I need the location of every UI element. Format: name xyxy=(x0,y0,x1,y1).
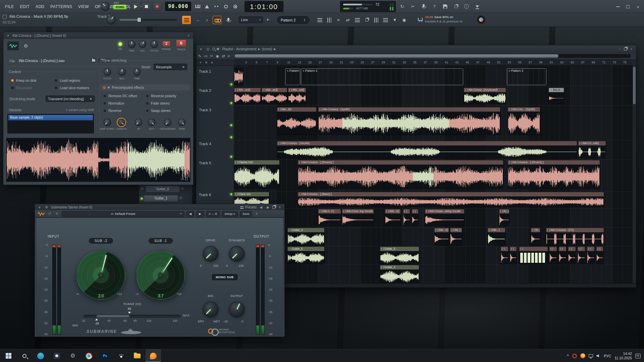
undo-icon[interactable]: ↺ xyxy=(47,212,52,216)
playlist-clip[interactable]: iNit-Crioxica - (Vocals) xyxy=(277,141,577,158)
playlist-clip[interactable]: iNit-..X) xyxy=(385,209,400,226)
playlist-clip[interactable]: iNit-..ard) xyxy=(262,88,287,104)
marker-grid-icon[interactable] xyxy=(315,16,324,24)
menu-edit[interactable]: EDIT xyxy=(17,4,33,9)
length-knob[interactable]: LENGTH xyxy=(114,119,129,130)
funnel-icon[interactable]: ▼ xyxy=(390,16,399,24)
on-led-icon[interactable] xyxy=(118,42,122,46)
track-label[interactable]: Track 1 xyxy=(199,69,211,73)
step-grid-icon[interactable] xyxy=(325,16,333,24)
submarine-close-button[interactable]: × xyxy=(277,205,282,209)
search-button[interactable] xyxy=(17,349,32,362)
delete-track-icon[interactable]: ✕ xyxy=(205,61,208,64)
typing-keyboard-icon[interactable] xyxy=(193,2,202,11)
taskbar-edge[interactable] xyxy=(33,349,48,362)
stretch-pitch-knob[interactable]: PITCH xyxy=(100,68,115,80)
playlist-focus-icon[interactable]: ◎ xyxy=(205,47,211,51)
countdown-icon[interactable] xyxy=(221,2,230,11)
redo-icon[interactable]: ↻ xyxy=(54,212,60,216)
playlist-clip[interactable]: iNit-Crioxica - (FX) xyxy=(546,228,604,245)
playlist-clip[interactable]: Clarisa Vox xyxy=(234,160,279,188)
pat-song-switch[interactable]: PAT SONG xyxy=(113,1,127,12)
promo-logo-icon[interactable] xyxy=(477,15,486,24)
playlist-clip[interactable] xyxy=(559,247,566,264)
mute-tool-icon[interactable]: ◉ xyxy=(216,54,219,58)
playlist-clip[interactable]: iNit-Crioxica - (Synth) xyxy=(318,107,500,135)
playlist-clip[interactable]: iNit-Cri..cals) xyxy=(578,141,606,158)
playlist-clip[interactable] xyxy=(510,247,517,264)
plugin-menu-icon[interactable]: ▾ xyxy=(37,205,42,209)
playlist-clip[interactable]: iNi..) xyxy=(450,228,462,245)
stop-button[interactable] xyxy=(142,2,151,11)
playlist-clip[interactable]: iNit-..) xyxy=(488,228,505,245)
playlist-clip[interactable] xyxy=(501,247,508,264)
playlist-clip[interactable]: Pattern 2 xyxy=(301,68,463,85)
playlist-clip[interactable] xyxy=(412,209,418,226)
channel-vol-knob[interactable] xyxy=(181,187,185,191)
playlist-ruler[interactable]: 3579111315171921232527293133353739414345… xyxy=(234,60,633,66)
channel-vol-knob[interactable] xyxy=(179,196,183,200)
range-value[interactable]: 2 xyxy=(163,41,170,46)
crossfade-knob[interactable]: CROSSFADE xyxy=(160,119,176,130)
load-slice-markers-option[interactable]: Load slice markers xyxy=(54,86,89,90)
taskbar-paw-app[interactable] xyxy=(113,349,129,362)
sample-titlebar[interactable]: ▾ iNit-Crioxica - [.(Drums).] (Insert 6)… xyxy=(3,32,193,39)
preview-audio-icon[interactable] xyxy=(217,47,220,51)
sample-waveform-panel[interactable]: 16 xyxy=(6,138,191,182)
plugin-options-icon[interactable]: ≡ xyxy=(254,212,259,216)
sample-menu-icon[interactable]: ▾ xyxy=(5,34,11,38)
download-icon[interactable] xyxy=(473,2,482,11)
playlist-minimize-button[interactable]: ─ xyxy=(617,47,622,51)
channel-button[interactable]: Guitar_1 xyxy=(144,195,178,201)
track-label[interactable]: Track 4 xyxy=(199,142,211,146)
dynamics-knob[interactable] xyxy=(229,246,245,261)
mic-icon[interactable] xyxy=(419,2,428,11)
sample-close-button[interactable]: × xyxy=(186,34,191,38)
app-close-button[interactable]: × xyxy=(633,3,643,11)
taskbar-app[interactable] xyxy=(49,349,64,362)
track-value[interactable]: 6 xyxy=(176,40,186,47)
in-knob[interactable]: IN xyxy=(132,119,145,130)
export-icon[interactable] xyxy=(451,2,460,11)
plugin-detach-icon[interactable] xyxy=(272,206,275,209)
track-activity-led[interactable] xyxy=(230,124,232,126)
presets-label[interactable]: Presets xyxy=(245,205,257,209)
horizontal-zoom-scrollbar[interactable] xyxy=(234,54,631,58)
taskbar-explorer[interactable] xyxy=(129,349,145,362)
preset-prev-button[interactable]: ◀ xyxy=(186,211,194,217)
load-regions-option[interactable]: Load regions xyxy=(54,78,80,82)
preset-browser-icon[interactable] xyxy=(240,206,244,209)
copy-icon[interactable] xyxy=(372,16,380,24)
clock[interactable]: 14:42 11.10.2025 xyxy=(614,352,632,360)
playlist-clip[interactable]: Pattern 2 xyxy=(507,68,546,85)
playlist-maximize-button[interactable] xyxy=(624,48,627,51)
sample-pan-knob[interactable]: PAN xyxy=(126,40,138,52)
resample-option[interactable]: Resample xyxy=(11,86,32,90)
preset-next-button[interactable]: ▶ xyxy=(196,211,204,217)
swap-icon[interactable]: ⇄ xyxy=(343,16,352,24)
arrow-tool-icon[interactable]: → xyxy=(193,16,202,24)
playlist-clip[interactable]: iNit-Crioxica - [.(Drums).] xyxy=(508,160,600,188)
playlist-clip[interactable]: iNit-Crioxic..cking Vocals xyxy=(425,209,464,226)
playlist-clip[interactable]: iNit-..X) xyxy=(434,228,449,245)
track-activity-led[interactable] xyxy=(230,102,232,104)
network-icon[interactable] xyxy=(589,354,593,357)
channel-led[interactable] xyxy=(141,197,143,200)
playlist-clip[interactable] xyxy=(549,247,557,264)
variant-row-selected[interactable]: Base sample, 2 clip(s) xyxy=(8,115,93,120)
help-icon[interactable]: ? xyxy=(430,2,439,11)
taskbar-chrome[interactable] xyxy=(81,349,97,362)
sync-icon[interactable]: ↻ xyxy=(398,2,407,11)
playlist-clip[interactable]: iNit-C..F) xyxy=(318,209,341,226)
variants-list[interactable]: Base sample, 2 clip(s) xyxy=(7,114,94,133)
fade-stereo-option[interactable]: Fade stereo xyxy=(146,101,170,105)
mono-sub-button[interactable]: MONO SUB xyxy=(212,274,237,280)
playlist-titlebar[interactable]: ▾ ◎ Playlist - Arrangement ▶ (none) ▶ ─ … xyxy=(196,45,636,53)
range-marker-down-icon[interactable] xyxy=(128,312,131,314)
channel-rack-icon[interactable] xyxy=(182,16,191,24)
mix-knob[interactable] xyxy=(203,302,218,317)
tempo-display[interactable]: 90.000 xyxy=(165,2,191,11)
snap-selector[interactable]: Line▾ xyxy=(239,16,263,23)
track-label[interactable]: Track 6 xyxy=(199,193,211,197)
app-minimize-button[interactable] xyxy=(613,3,623,11)
